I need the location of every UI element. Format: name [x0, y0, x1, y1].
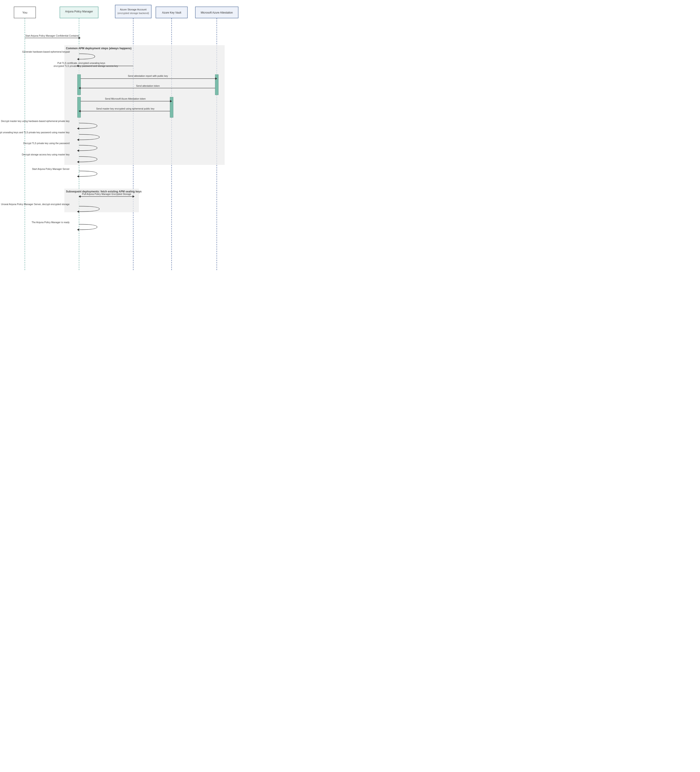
- activation-keyvault: [170, 97, 173, 118]
- msg12-arrow: [77, 175, 79, 178]
- msg15-arrow: [77, 229, 79, 231]
- msg8-label: Decrypt master key using hardware-based …: [1, 120, 70, 123]
- msg1-label: Start Anjuna Policy Manager Confidential…: [25, 34, 80, 37]
- msg2-label: Generate hardware-based ephemeral keypai…: [22, 51, 70, 53]
- participant-you-label: You: [22, 11, 27, 14]
- msg12-label: Start Anjuna Policy Manager Server: [32, 168, 70, 170]
- msg7-label: Send master key encrypted using ephemera…: [96, 107, 155, 110]
- msg12-self-path: [79, 171, 97, 177]
- msg3-label2: encrypted TLS private key, password and …: [54, 65, 118, 67]
- participant-attestation-label: Microsoft Azure Attestation: [201, 11, 233, 14]
- msg10-label: Decrypt TLS private key using the passwo…: [23, 142, 70, 144]
- section-common-label: Common APM deployment steps (always happ…: [66, 47, 131, 50]
- msg9-label: Decrypt unsealing keys and TLS private k…: [0, 131, 70, 134]
- msg1-arrow: [79, 37, 81, 39]
- participant-storage-label: Azure Storage Account: [120, 8, 147, 11]
- msg3-label1: Pull TLS certificate, encrypted unsealin…: [57, 62, 105, 64]
- diagram-container: You Anjuna Policy Manager Azure Storage …: [0, 0, 249, 294]
- msg11-label: Decrypt storage access key using master …: [22, 153, 70, 156]
- msg4-label: Send attestation report with public key: [128, 75, 168, 77]
- msg15-self-path: [79, 224, 97, 230]
- activation-apm-keyvault: [77, 97, 81, 118]
- msg5-label: Send attestation token: [136, 85, 160, 87]
- activation-attestation: [215, 75, 218, 95]
- sequence-diagram: You Anjuna Policy Manager Azure Storage …: [0, 0, 249, 294]
- participant-storage-sublabel: (encrypted storage backend): [118, 12, 149, 15]
- msg15-label: The Anjuna Policy Manager is ready: [32, 221, 70, 224]
- participant-apm-label: Anjuna Policy Manager: [65, 10, 93, 13]
- msg14-label: Unseal Anjuna Policy Manager Server, dec…: [1, 203, 70, 206]
- activation-apm-attestation: [77, 75, 81, 95]
- msg6-label: Send Microsoft Azure Attestation token: [105, 97, 146, 100]
- msg13-label: Pull Anjuna Policy Manager Encrypted Sto…: [82, 193, 131, 195]
- participant-keyvault-label: Azure Key Vault: [162, 11, 182, 14]
- participant-storage: [115, 5, 151, 18]
